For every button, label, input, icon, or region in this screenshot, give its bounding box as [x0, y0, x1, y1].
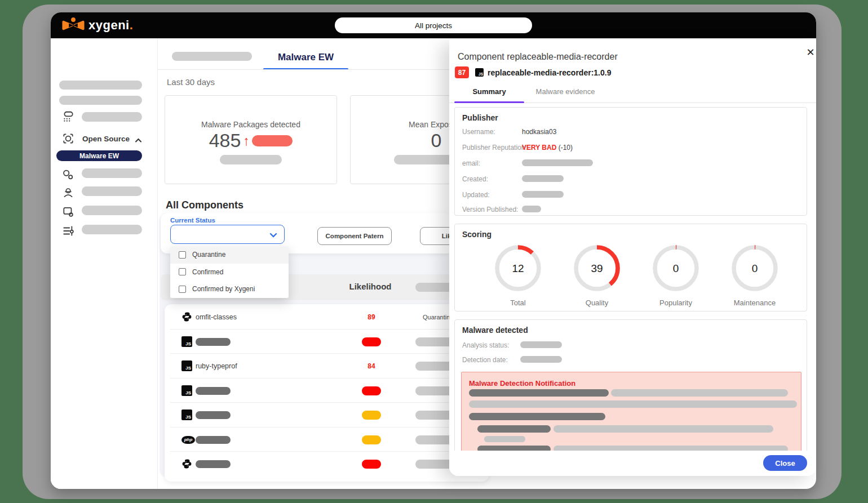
card-malware-packages: Malware Packages detected 485 ↑ — [165, 95, 337, 184]
svg-text:0: 0 — [673, 262, 679, 274]
username-value: hodkasia03 — [522, 128, 556, 136]
publisher-title: Publisher — [462, 113, 498, 122]
close-icon[interactable]: ✕ — [804, 46, 816, 59]
redacted-text-bar — [477, 425, 551, 433]
open-source-icon — [62, 132, 74, 147]
scoring-section: Scoring 12 Total 39 Quality — [454, 224, 807, 311]
component-name: ruby-typeprof — [196, 362, 237, 370]
donut-label: Quality — [572, 299, 622, 307]
javascript-icon — [181, 409, 192, 420]
sidebar-item-placeholder[interactable] — [82, 186, 142, 196]
table-row[interactable] — [170, 379, 483, 403]
donut-quality: 39 Quality — [572, 244, 622, 307]
sidebar-item-malware-ew[interactable]: Malware EW — [56, 150, 142, 161]
donut-label: Total — [493, 299, 543, 307]
component-name-version: replaceable-media-recorder:1.0.9 — [488, 68, 611, 77]
sidebar-item-placeholder[interactable] — [82, 225, 142, 234]
likelihood-pill-yellow — [362, 411, 381, 420]
settings-sliders-icon — [62, 225, 74, 239]
likelihood-column-header: Likelihood — [342, 282, 398, 291]
table-row[interactable]: omfit-classes 89 Quarantine — [170, 305, 483, 330]
reputation-label: Publisher Reputation: — [462, 144, 527, 152]
component-name-placeholder — [196, 460, 231, 468]
xygeni-logo-icon — [62, 17, 85, 34]
top-bar: xygeni. All projects — [51, 12, 816, 38]
card-value: 485 — [209, 130, 241, 152]
component-name-placeholder — [196, 436, 231, 444]
active-tab-underline — [454, 101, 524, 103]
redacted-text-bar — [469, 400, 797, 408]
card-title: Malware Packages detected — [165, 120, 336, 129]
modal-title: Component replaceable-media-recorder — [458, 52, 618, 62]
donut-label: Maintenance — [730, 299, 780, 307]
current-status-select[interactable] — [170, 225, 285, 244]
likelihood-score: 84 — [352, 362, 391, 370]
component-pattern-button[interactable]: Component Patern — [317, 227, 392, 245]
menu-item-quarantine[interactable]: Quarantine — [170, 246, 289, 264]
menu-item-confirmed[interactable]: Confirmed — [170, 264, 289, 281]
components-table: omfit-classes 89 Quarantine ruby-typepro… — [165, 304, 489, 482]
redacted-text-bar — [469, 413, 605, 420]
sidebar-item-placeholder[interactable] — [82, 112, 142, 122]
modal-footer: Close — [449, 451, 816, 476]
component-name: omfit-classes — [196, 313, 237, 321]
menu-item-label: Confirmed by Xygeni — [192, 285, 255, 293]
table-row[interactable] — [170, 403, 483, 428]
sidebar-item-placeholder[interactable] — [82, 206, 142, 215]
status-dropdown-menu: Quarantine Confirmed Confirmed by Xygeni — [170, 246, 289, 298]
chevron-down-icon — [268, 230, 278, 240]
table-row[interactable]: ruby-typeprof 84 — [170, 354, 483, 379]
component-name-placeholder — [196, 387, 231, 395]
tab-placeholder[interactable] — [172, 52, 252, 61]
table-row[interactable] — [170, 452, 483, 477]
javascript-icon — [181, 360, 192, 371]
redacted-text-bar — [553, 425, 773, 433]
project-selector[interactable]: All projects — [335, 17, 532, 33]
created-label: Created: — [462, 175, 488, 183]
table-row[interactable] — [170, 330, 483, 354]
card-subtext-placeholder — [220, 155, 282, 164]
tab-summary[interactable]: Summary — [454, 87, 524, 96]
malware-detected-title: Malware detected — [462, 326, 528, 335]
analysis-status-placeholder — [520, 341, 562, 348]
card-value: 0 — [431, 130, 442, 152]
likelihood-score: 89 — [352, 313, 391, 321]
risk-score-badge: 87 — [455, 66, 469, 78]
donut-total: 12 Total — [493, 244, 543, 307]
device-icon — [62, 206, 74, 220]
email-label: email: — [462, 159, 480, 167]
detection-date-label: Detection date: — [462, 356, 508, 364]
sidebar-item-placeholder[interactable] — [59, 96, 142, 105]
donut-maintenance: 0 Maintenance — [730, 244, 780, 307]
likelihood-pill-red — [362, 337, 381, 346]
chevron-up-icon[interactable] — [134, 136, 143, 145]
php-icon — [181, 436, 195, 444]
version-published-placeholder — [522, 206, 541, 212]
menu-item-confirmed-by-xygeni[interactable]: Confirmed by Xygeni — [170, 281, 289, 298]
likelihood-pill-red — [362, 460, 381, 469]
donut-popularity: 0 Popularity — [651, 244, 701, 307]
dependencies-icon — [62, 168, 74, 183]
python-icon — [181, 459, 192, 469]
period-label: Last 30 days — [167, 77, 215, 87]
close-button[interactable]: Close — [763, 455, 807, 471]
logo-text: xygeni. — [88, 18, 133, 33]
sidebar-item-placeholder[interactable] — [59, 81, 142, 90]
username-label: Username: — [462, 128, 495, 136]
checkbox[interactable] — [179, 286, 186, 293]
donut-label: Popularity — [651, 299, 701, 307]
svg-text:12: 12 — [512, 262, 524, 274]
sidebar-item-placeholder[interactable] — [82, 168, 142, 178]
scoring-title: Scoring — [462, 230, 491, 239]
component-name-placeholder — [196, 338, 231, 346]
tab-malware-evidence[interactable]: Malware evidence — [532, 87, 599, 96]
xygeni-logo[interactable]: xygeni. — [62, 17, 133, 34]
checkbox[interactable] — [179, 268, 186, 275]
table-row[interactable] — [170, 428, 483, 452]
trend-placeholder — [252, 135, 293, 146]
all-components-title: All Components — [166, 199, 243, 211]
sidebar-item-open-source[interactable]: Open Source — [82, 135, 130, 143]
version-published-label: Version Published: — [462, 206, 518, 213]
tab-malware-ew[interactable]: Malware EW — [263, 52, 348, 63]
checkbox[interactable] — [179, 251, 186, 259]
